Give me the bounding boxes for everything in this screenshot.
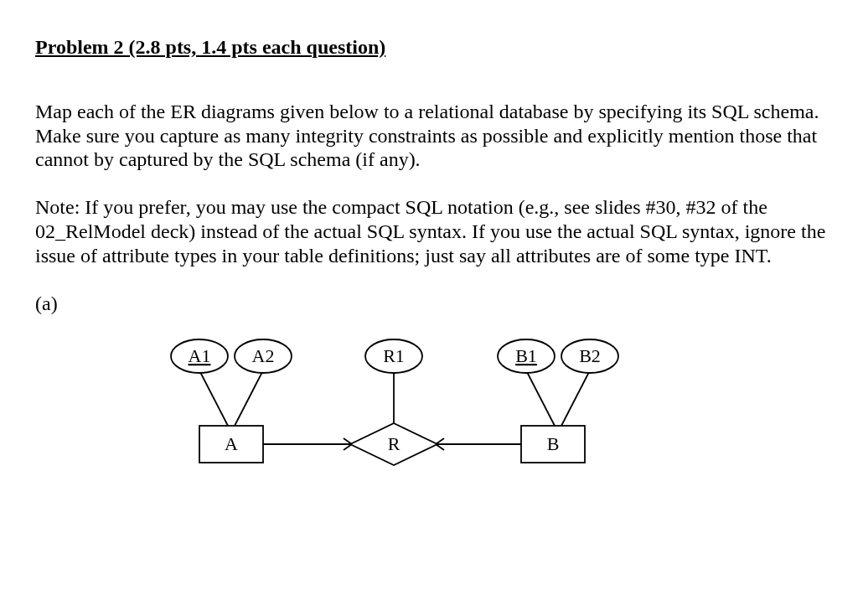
paragraph-instructions: Map each of the ER diagrams given below … — [35, 100, 828, 172]
paragraph-note: Note: If you prefer, you may use the com… — [35, 195, 828, 267]
attr-r1-label: R1 — [383, 345, 405, 366]
connector-a1-a — [199, 370, 228, 426]
connector-b2-b — [561, 370, 590, 426]
subpart-label: (a) — [35, 292, 828, 316]
attr-b1-label: B1 — [515, 345, 537, 366]
problem-heading: Problem 2 (2.8 pts, 1.4 pts each questio… — [35, 35, 828, 60]
entity-a-label: A — [225, 433, 238, 454]
er-diagram: A1 A2 R1 B1 B2 A R B — [136, 335, 722, 494]
attr-a2-label: A2 — [252, 345, 275, 366]
attr-a1-label: A1 — [189, 345, 211, 366]
connector-b1-b — [526, 370, 555, 426]
entity-b-label: B — [547, 433, 560, 454]
er-diagram-svg: A1 A2 R1 B1 B2 A R B — [136, 335, 672, 494]
relationship-r-label: R — [388, 433, 400, 454]
connector-a2-a — [235, 370, 263, 426]
attr-b2-label: B2 — [579, 345, 601, 366]
